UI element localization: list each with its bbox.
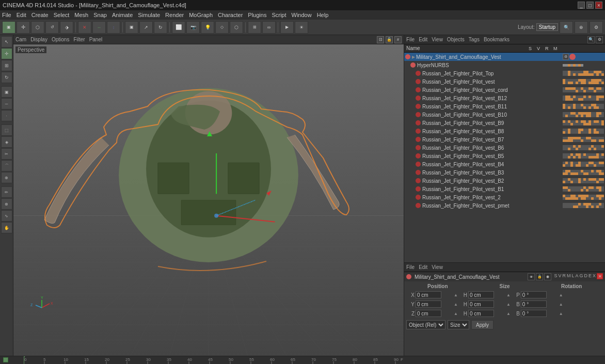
tool-poly[interactable]: ⬡ — [230, 21, 243, 34]
viewport-lock[interactable]: 🔒 — [386, 36, 393, 43]
tool-bevel[interactable]: ◈ — [1, 136, 12, 148]
obj-menu-tags[interactable]: Tags — [469, 37, 480, 42]
obj-list-item[interactable]: Russian_Jet_Fighter_Pilot_vest_B2 — [404, 177, 605, 185]
attr-lock-icon[interactable]: 🔒 — [536, 273, 543, 280]
viewport-tab-options[interactable]: Options — [52, 37, 69, 42]
tool-cube[interactable]: ⬜ — [172, 21, 185, 34]
tool-material[interactable]: ◇ — [215, 21, 229, 34]
tool-poly-edit[interactable]: ▣ — [1, 86, 12, 98]
size-y-up[interactable]: ▲ — [506, 302, 511, 307]
menu-plugins[interactable]: Plugins — [248, 12, 266, 18]
tool-undo[interactable]: ✕ — [78, 21, 91, 34]
viewport-tab-filter[interactable]: Filter — [73, 37, 85, 42]
menu-window[interactable]: Window — [292, 12, 312, 18]
window-controls[interactable]: _ □ × — [578, 2, 602, 9]
obj-list-item[interactable]: Russian_Jet_Fighter_Pilot_vest_B11 — [404, 102, 605, 110]
obj-menu-view[interactable]: View — [432, 37, 443, 42]
tool-render-preview[interactable]: ▶ — [280, 21, 294, 34]
tool-light[interactable]: 💡 — [201, 21, 214, 34]
size-y-field[interactable] — [468, 300, 494, 308]
pos-y-field[interactable] — [416, 300, 441, 308]
menu-mesh[interactable]: Mesh — [74, 12, 88, 18]
layout-settings[interactable]: ⚙ — [590, 21, 603, 34]
rot-z-field[interactable] — [521, 310, 547, 317]
tool-pointer[interactable]: ↖ — [1, 36, 12, 48]
obj-menu-edit[interactable]: Edit — [419, 37, 427, 42]
menu-edit[interactable]: Edit — [17, 12, 26, 18]
tool-edge[interactable]: ─ — [1, 98, 12, 109]
tool-move-2[interactable]: ↗ — [139, 21, 153, 34]
3d-viewport[interactable]: X Y Z Perspective — [13, 44, 404, 356]
rot-y-up[interactable]: ▲ — [559, 302, 563, 307]
tool-rotate-3d[interactable]: ↻ — [1, 72, 12, 83]
attr-menu-file[interactable]: File — [406, 264, 415, 270]
attr-eye-icon[interactable]: 👁 — [528, 273, 535, 280]
minimize-button[interactable]: _ — [578, 2, 585, 9]
menu-animate[interactable]: Animate — [112, 12, 133, 18]
viewport-maximize[interactable]: ⊡ — [377, 36, 384, 43]
obj-list-item[interactable]: Russian_Jet_Fighter_Pilot_vest_cord — [404, 86, 605, 94]
tool-smooth[interactable]: ∿ — [1, 210, 12, 221]
maximize-button[interactable]: □ — [586, 2, 594, 9]
tool-bridge[interactable]: ⌒ — [1, 160, 12, 171]
attr-menu-view[interactable]: View — [432, 264, 443, 270]
obj-search-icon[interactable]: 🔍 — [587, 36, 595, 43]
obj-root[interactable]: ▶ Military_Shirt_and_Camouflage_Vest ⚙ — [404, 53, 605, 61]
viewport-grid-toggle[interactable]: # — [394, 36, 402, 43]
layout-add[interactable]: ⊕ — [575, 21, 588, 34]
tool-texture[interactable]: ⬡ — [31, 21, 44, 34]
pos-z-field[interactable] — [416, 310, 441, 317]
tool-sculpt[interactable]: ⬗ — [60, 21, 73, 34]
menu-select[interactable]: Select — [54, 12, 70, 18]
size-z-field[interactable] — [468, 310, 494, 317]
tool-camera[interactable]: 📷 — [186, 21, 200, 34]
tool-spline[interactable]: ∞ — [262, 21, 276, 34]
tool-magnet[interactable]: ⊗ — [1, 198, 12, 210]
pos-y-up[interactable]: ▲ — [454, 302, 458, 307]
tool-scale-3d[interactable]: ⊞ — [1, 60, 12, 71]
obj-list-item[interactable]: Russian_Jet_Fighter_Pilot_vest_B9 — [404, 119, 605, 127]
tool-render[interactable]: ☀ — [295, 21, 308, 34]
menu-character[interactable]: Character — [218, 12, 243, 18]
obj-list-item[interactable]: Russian_Jet_Fighter_Pilot_vest_B1 — [404, 185, 605, 193]
pos-x-field[interactable] — [416, 291, 441, 298]
tool-rotate[interactable]: ↻ — [154, 21, 167, 34]
pos-z-up[interactable]: ▲ — [454, 311, 458, 316]
pos-x-up[interactable]: ▲ — [454, 293, 458, 297]
size-type-dropdown[interactable]: Size — [448, 320, 469, 329]
obj-menu-objects[interactable]: Objects — [447, 37, 465, 42]
tool-extrude[interactable]: ⬚ — [1, 124, 12, 136]
tool-move-3d[interactable]: ✛ — [1, 48, 12, 59]
attr-render-icon[interactable]: ◉ — [544, 273, 551, 280]
menu-create[interactable]: Create — [31, 12, 49, 18]
obj-list-item[interactable]: Russian_Jet_Fighter_Pilot_vest_B4 — [404, 160, 605, 168]
tool-scale[interactable]: ↕ — [107, 21, 120, 34]
tool-knife[interactable]: ✂ — [1, 148, 12, 160]
viewport-tab-panel[interactable]: Panel — [89, 37, 103, 42]
search-button[interactable]: 🔍 — [560, 21, 573, 34]
size-z-up[interactable]: ▲ — [506, 311, 511, 316]
menu-simulate[interactable]: Simulate — [138, 12, 160, 18]
size-x-field[interactable] — [468, 291, 494, 298]
rot-y-field[interactable] — [521, 300, 547, 308]
obj-list-item[interactable]: Russian_Jet_Fighter_Pilot_Top — [404, 69, 605, 77]
menu-snap[interactable]: Snap — [93, 12, 107, 18]
tool-array[interactable]: ⊞ — [248, 21, 261, 34]
obj-list-item[interactable]: Russian_Jet_Fighter_Pilot_vest_2 — [404, 193, 605, 201]
rot-x-field[interactable] — [521, 291, 547, 298]
obj-menu-file[interactable]: File — [406, 37, 415, 42]
viewport-tab-cam[interactable]: Cam — [15, 37, 26, 42]
close-button[interactable]: × — [595, 2, 602, 9]
tool-stitch[interactable]: ⊕ — [1, 172, 12, 183]
tool-move[interactable]: ↔ — [92, 21, 106, 34]
obj-list-item[interactable]: Russian_Jet_Fighter_Pilot_vest — [404, 77, 605, 86]
tool-grab[interactable]: ✋ — [1, 222, 12, 233]
obj-list-item[interactable]: Russian_Jet_Fighter_Pilot_vest_B6 — [404, 144, 605, 152]
rot-z-up[interactable]: ▲ — [559, 311, 563, 316]
tool-model[interactable]: ▣ — [2, 21, 15, 34]
obj-list-item[interactable]: Russian_Jet_Fighter_Pilot_vest_B7 — [404, 135, 605, 144]
tool-point[interactable]: · — [1, 110, 12, 121]
size-x-up[interactable]: ▲ — [506, 293, 511, 297]
timeline-track[interactable]: 0 5 10 15 20 25 30 — [24, 356, 605, 364]
apply-button[interactable]: Apply — [471, 320, 493, 329]
